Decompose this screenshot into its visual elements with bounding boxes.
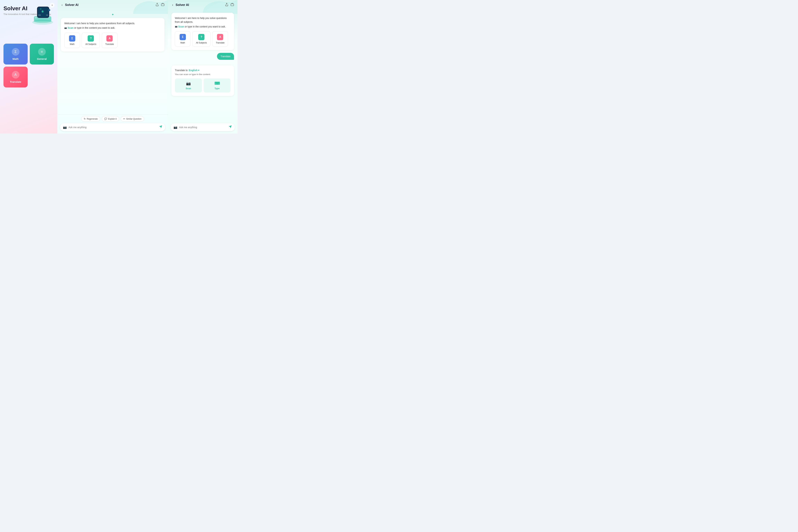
explain-icon: 💬 [104, 117, 107, 120]
translate-to-row: Translate to English ▾ [175, 69, 230, 72]
chip-subjects-icon-right: ? [198, 34, 205, 40]
regenerate-label: Regenerate [87, 118, 98, 120]
similar-icon: ✏ [123, 117, 125, 120]
svg-point-6 [48, 9, 50, 11]
subject-chips-right: Σ Math ? All Subjects A Translate [175, 31, 230, 46]
share-button-middle[interactable] [155, 3, 159, 7]
chip-math-icon-middle: Σ [69, 35, 75, 41]
menu-card-math[interactable]: Σ Math [3, 44, 27, 64]
similar-pill[interactable]: ✏ Similar Question [121, 116, 144, 121]
general-card-label: General [37, 57, 47, 60]
svg-rect-8 [46, 15, 48, 16]
briefcase-button-middle[interactable] [161, 3, 165, 7]
language-selector[interactable]: English ▾ [189, 69, 199, 72]
type-action-label: Type [214, 87, 220, 90]
scan-prompt-middle: or type in the content you want to ask. [74, 26, 115, 30]
chip-translate-middle[interactable]: A Translate [102, 33, 118, 48]
subject-chips-middle: Σ Math ? All Subjects A Translate [64, 33, 161, 48]
scan-action-label: Scan [186, 87, 191, 90]
header-icons-right [225, 3, 234, 7]
regenerate-icon: ↻ [84, 117, 86, 120]
chip-subjects-label-right: All Subjects [196, 41, 207, 44]
input-field-middle[interactable] [69, 126, 157, 129]
svg-rect-7 [38, 15, 41, 16]
svg-rect-5 [35, 17, 37, 18]
briefcase-icon-right [230, 3, 234, 6]
menu-card-translate[interactable]: A Translate [3, 66, 27, 88]
action-pills: ↻ Regenerate 💬 Explain it ✏ Similar Ques… [60, 116, 165, 121]
svg-rect-10 [231, 4, 234, 6]
star-icon-middle: ✦ [111, 13, 114, 16]
send-button-right[interactable] [228, 125, 232, 129]
share-button-right[interactable] [225, 3, 228, 7]
scan-prompt-right: or type in the content you want to ask. [185, 25, 226, 28]
middle-chat-area: ✦ Welcome! I am here to help you solve q… [57, 10, 168, 114]
translate-desc: You can scan or type in the content. [175, 73, 230, 76]
action-buttons: 📷 Scan ⌨ Type [175, 78, 230, 93]
scan-link-right[interactable]: Scan [178, 25, 184, 28]
left-panel: × Solver AI The innovative AI tool that … [0, 0, 57, 134]
send-icon-right [228, 125, 232, 129]
welcome-text-middle: Welcome! I am here to help you solve que… [64, 21, 161, 30]
translate-card-icon: A [12, 71, 19, 79]
middle-input-bar: 📷 [60, 123, 165, 131]
explain-label: Explain it [108, 118, 117, 120]
menu-grid: Σ Math ≡ General A Translate [3, 44, 54, 88]
briefcase-icon-middle [161, 3, 165, 6]
back-button-right[interactable]: ‹ [171, 2, 174, 7]
briefcase-button-right[interactable] [230, 3, 234, 7]
right-bottom-bar: 📷 [168, 121, 238, 134]
explain-pill[interactable]: 💬 Explain it [102, 116, 119, 121]
input-field-right[interactable] [179, 126, 227, 129]
share-icon [155, 3, 159, 6]
scan-action-button[interactable]: 📷 Scan [175, 78, 202, 93]
right-input-bar: 📷 [171, 123, 235, 131]
translate-card-label: Translate [10, 80, 21, 83]
chip-math-middle[interactable]: Σ Math [64, 33, 80, 48]
type-action-icon: ⌨ [214, 81, 220, 86]
chip-translate-icon-right: A [217, 34, 223, 40]
middle-bottom-bar: ↻ Regenerate 💬 Explain it ✏ Similar Ques… [57, 114, 168, 134]
right-panel-header: ‹ Solver AI [168, 0, 238, 10]
chevron-down-icon: ▾ [198, 69, 199, 72]
scan-link-middle[interactable]: Scan [68, 26, 73, 30]
regenerate-pill[interactable]: ↻ Regenerate [81, 116, 100, 121]
math-card-label: Math [13, 57, 19, 60]
menu-card-general[interactable]: ≡ General [30, 44, 54, 64]
back-button-middle[interactable]: ‹ [61, 2, 63, 7]
chip-translate-right[interactable]: A Translate [212, 31, 228, 46]
math-card-icon: Σ [12, 48, 19, 56]
type-action-button[interactable]: ⌨ Type [204, 78, 230, 93]
middle-panel-header: ‹ Solver AI [57, 0, 168, 10]
general-card-icon: ≡ [38, 48, 46, 56]
chip-math-icon-right: Σ [179, 34, 186, 40]
robot-illustration [29, 1, 57, 26]
middle-panel-title: Solver AI [65, 3, 154, 7]
chip-subjects-icon-middle: ? [88, 35, 94, 41]
chip-translate-label-middle: Translate [106, 43, 114, 45]
input-scan-button-right[interactable]: 📷 [173, 125, 177, 129]
welcome-text-right: Welcome! I am here to help you solve que… [175, 16, 230, 28]
translate-bubble: Translate [217, 53, 234, 60]
input-scan-button-middle[interactable]: 📷 [63, 125, 67, 129]
welcome-bubble-middle: Welcome! I am here to help you solve que… [61, 18, 165, 52]
camera-icon-right: 📷 [173, 126, 177, 129]
send-button-middle[interactable] [159, 125, 163, 129]
chip-math-right[interactable]: Σ Math [175, 31, 191, 46]
share-icon-right [225, 3, 228, 6]
chip-subjects-right[interactable]: ? All Subjects [192, 31, 211, 46]
translate-to-label: Translate to [175, 69, 188, 72]
camera-icon-middle: 📷 [63, 126, 67, 129]
translate-section: Translate to English ▾ You can scan or t… [171, 65, 234, 96]
right-chat-area: Welcome! I am here to help you solve que… [168, 10, 238, 121]
right-panel-title: Solver AI [176, 3, 223, 7]
chip-translate-label-right: Translate [216, 41, 225, 44]
chip-subjects-label-middle: All Subjects [86, 43, 96, 45]
chip-subjects-middle[interactable]: ? All Subjects [82, 33, 100, 48]
middle-panel: ‹ Solver AI ✦ [57, 0, 168, 134]
svg-rect-9 [162, 4, 164, 6]
header-icons-middle [155, 3, 165, 7]
chip-translate-icon-middle: A [107, 35, 113, 41]
chip-math-label-middle: Math [70, 43, 75, 45]
welcome-bubble-right: Welcome! I am here to help you solve que… [171, 13, 234, 50]
